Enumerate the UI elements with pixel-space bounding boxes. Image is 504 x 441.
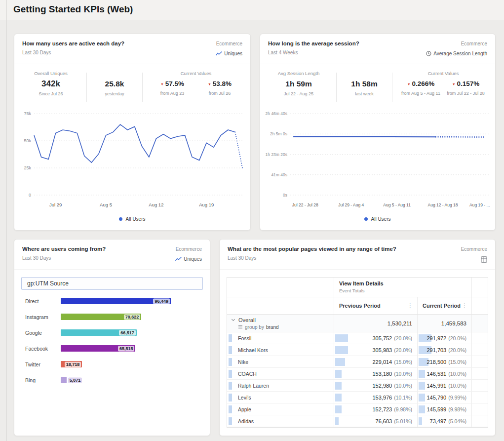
row-label-cell[interactable]: Apple — [227, 403, 334, 415]
row-end-cell — [471, 356, 488, 367]
card-header: What are the most popular pages viewed i… — [220, 240, 495, 270]
svg-text:2h 5m 0s: 2h 5m 0s — [270, 131, 287, 136]
group-header-title: View Item Details — [339, 281, 466, 286]
card-date-range: Last 30 Days — [22, 50, 124, 55]
stat-label: Overall Uniques — [34, 71, 68, 77]
svg-text:Aug 5: Aug 5 — [100, 202, 112, 207]
card-header-left: What are the most popular pages viewed i… — [228, 246, 396, 261]
svg-text:0s: 0s — [283, 193, 287, 198]
bar-row: Facebook65,515 — [21, 345, 210, 352]
bar[interactable]: 96,449 — [61, 298, 171, 304]
uniques-trend-icon — [216, 51, 222, 56]
bar-row: Twitter18,718 — [21, 361, 210, 367]
svg-text:Aug 19: Aug 19 — [199, 202, 214, 207]
cell-percent: (9.98%) — [448, 406, 466, 412]
cell-percent: (5.04%) — [448, 418, 466, 424]
cell-value: 145,790 — [426, 395, 446, 401]
source-project-label: Ecommerce — [216, 41, 242, 46]
table-row: Adidas76,603(5.01%)73,497(5.04%) — [227, 415, 488, 427]
row-label: Fossil — [238, 335, 251, 341]
empty-header-cell — [227, 278, 334, 297]
stat-value: ▼53.8% — [208, 80, 232, 88]
column-menu-icon[interactable]: ⋮ — [462, 302, 467, 309]
row-label-cell[interactable]: Adidas — [227, 415, 334, 427]
row-end-cell — [471, 380, 488, 391]
bar[interactable]: 66,517 — [61, 329, 137, 336]
bar-value-label: 5,071 — [68, 377, 82, 383]
utm-source-column-header[interactable]: gp:UTM Source — [21, 277, 203, 290]
source-project-label: Ecommerce — [461, 246, 487, 252]
cell-percent: (10.0%) — [394, 371, 412, 377]
down-arrow-icon: ▼ — [208, 82, 211, 86]
total-value: 1,530,211 — [388, 321, 412, 326]
yesterday-stat: 25.8k yesterday — [93, 71, 136, 104]
chevron-down-icon[interactable] — [232, 318, 235, 321]
cell-value-bar — [419, 394, 425, 401]
change-value: 0.157% — [457, 80, 480, 88]
cell-value: 153,180 — [372, 371, 392, 377]
cell-value-bar — [419, 405, 425, 413]
row-end-cell — [471, 403, 488, 415]
card-title[interactable]: Where are users coming from? — [22, 246, 106, 252]
legend-dot-icon — [119, 217, 122, 221]
metric-label-row: Uniques — [175, 256, 202, 262]
card-title[interactable]: How long is the average session? — [268, 40, 359, 46]
previous-period-cell: 76,603(5.01%) — [334, 415, 417, 427]
card-title[interactable]: How many users are active each day? — [22, 40, 124, 46]
metric-label-row: Uniques — [216, 51, 242, 56]
legend-all-users[interactable]: All Users — [14, 216, 250, 222]
stat-label: Current Values — [428, 71, 459, 77]
overall-label: Overall — [238, 317, 256, 323]
stat-value: ▼57.5% — [160, 80, 184, 88]
daily-uniques-chart[interactable]: 025k50k75kJul 29Aug 5Aug 12Aug 19 — [16, 109, 248, 213]
current-period-cell: 218,500(15.0%) — [417, 356, 471, 367]
table-row: Levi's153,976(10.1%)145,790(9.99%) — [227, 392, 488, 403]
bar-row: Instagram70,622 — [21, 314, 210, 320]
row-label-cell[interactable]: Nike — [227, 356, 334, 367]
row-label: Michael Kors — [238, 347, 268, 353]
row-label-cell[interactable]: Ralph Lauren — [227, 380, 334, 391]
card-title[interactable]: What are the most popular pages viewed i… — [228, 246, 396, 252]
row-end-cell — [471, 344, 488, 356]
empty-header-cell — [227, 297, 334, 314]
cell-value: 146,531 — [426, 371, 446, 377]
group-by-value: brand — [266, 324, 279, 330]
table-row: Michael Kors305,983(20.0%)291,703(20.0%) — [227, 344, 488, 356]
current-period-header[interactable]: Current Period ⋮ — [417, 297, 471, 314]
cell-value: 229,014 — [372, 359, 392, 365]
bar[interactable]: 65,515 — [61, 345, 135, 352]
bar-row: Google66,517 — [21, 329, 210, 336]
bar[interactable]: 70,622 — [61, 314, 141, 320]
avg-session-chart[interactable]: 0s41m 40s1h 23m 20s2h 5m 0s2h 46m 40sJul… — [262, 109, 494, 213]
group-by-line: group bybrand — [231, 324, 279, 330]
popular-pages-table: View Item Details Event Totals Previous … — [227, 277, 488, 428]
row-label-cell[interactable]: Fossil — [227, 332, 334, 344]
current-period-cell: 73,497(5.04%) — [417, 415, 471, 427]
legend-all-users[interactable]: All Users — [260, 216, 495, 222]
previous-period-header[interactable]: Previous Period ⋮ — [334, 297, 417, 314]
card-header-right: Ecommerce Uniques — [216, 40, 242, 56]
row-end-cell — [471, 392, 488, 403]
bar-track: 18,718 — [61, 361, 171, 367]
summary-stats: Avg Session Length 1h 59m Jul 22 - Aug 2… — [260, 64, 495, 109]
card-header: Where are users coming from? Last 30 Day… — [14, 240, 210, 270]
bar-category-label: Twitter — [21, 361, 61, 367]
change-value: 53.8% — [213, 80, 232, 88]
table-row: Nike229,014(15.0%)218,500(15.0%) — [227, 356, 488, 368]
cell-value-bar — [335, 358, 345, 366]
previous-period-cell: 153,976(10.1%) — [334, 392, 417, 403]
total-value: 1,459,583 — [441, 321, 466, 326]
group-header-cell: View Item Details Event Totals — [334, 278, 471, 297]
row-label-cell[interactable]: Michael Kors — [227, 344, 334, 356]
row-label-cell[interactable]: Levi's — [227, 392, 334, 403]
column-label: Current Period — [423, 303, 461, 309]
bar[interactable]: 5,071 — [61, 377, 67, 383]
row-label-cell[interactable]: COACH — [227, 368, 334, 379]
overall-label-cell[interactable]: Overallgroup bybrand — [227, 315, 334, 332]
cell-value: 218,500 — [426, 359, 446, 365]
cell-value-bar — [335, 405, 342, 413]
row-indicator-bar — [229, 394, 232, 401]
column-menu-icon[interactable]: ⋮ — [407, 302, 413, 309]
stat-label: Avg Session Length — [278, 71, 319, 77]
bar[interactable]: 18,718 — [61, 361, 82, 367]
